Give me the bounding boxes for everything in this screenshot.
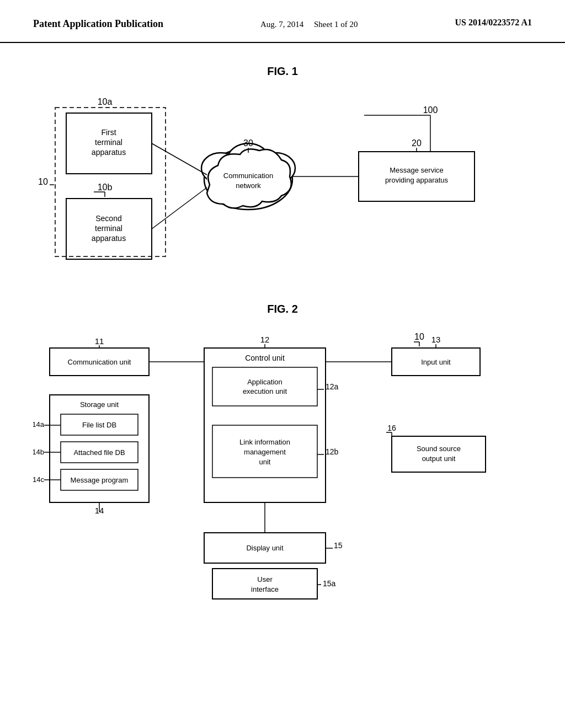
svg-text:Communication unit: Communication unit — [68, 358, 131, 366]
svg-text:interface: interface — [251, 585, 279, 593]
svg-text:Second: Second — [95, 214, 121, 223]
svg-text:10: 10 — [38, 177, 48, 186]
svg-line-22 — [152, 143, 207, 175]
header-date: Aug. 7, 2014 — [260, 20, 303, 29]
svg-text:13: 13 — [431, 335, 441, 344]
svg-text:Display unit: Display unit — [246, 544, 284, 552]
header-sheet: Sheet 1 of 20 — [314, 20, 358, 29]
svg-text:Sound source: Sound source — [417, 445, 461, 453]
svg-text:11: 11 — [95, 336, 104, 346]
svg-text:14b: 14b — [33, 448, 44, 456]
svg-text:User: User — [257, 575, 273, 584]
svg-text:12a: 12a — [326, 382, 339, 391]
svg-text:network: network — [236, 181, 261, 190]
svg-text:100: 100 — [423, 105, 438, 115]
header-center-info: Aug. 7, 2014 Sheet 1 of 20 — [260, 18, 358, 31]
fig1-diagram: 10a First terminal apparatus 10b Second … — [33, 91, 532, 281]
header-patent-number: US 2014/0223572 A1 — [455, 18, 532, 28]
svg-text:12: 12 — [260, 335, 270, 344]
svg-line-23 — [152, 188, 207, 229]
svg-text:unit: unit — [259, 458, 271, 466]
svg-text:Communication: Communication — [223, 172, 273, 180]
svg-text:execution unit: execution unit — [243, 387, 287, 395]
svg-text:30: 30 — [243, 138, 253, 148]
svg-text:10: 10 — [414, 332, 424, 341]
svg-text:16: 16 — [387, 424, 396, 432]
svg-text:First: First — [101, 128, 116, 137]
svg-text:Application: Application — [247, 378, 282, 386]
svg-text:12b: 12b — [326, 447, 339, 456]
svg-text:Attached file DB: Attached file DB — [73, 448, 125, 457]
svg-text:20: 20 — [412, 138, 422, 148]
svg-text:providing apparatus: providing apparatus — [385, 176, 449, 184]
svg-text:Control unit: Control unit — [245, 354, 285, 362]
fig2-diagram: 10 Communication unit 11 Control unit 12… — [33, 329, 532, 651]
fig1-area: FIG. 1 10a First terminal apparatus 10b — [33, 65, 532, 281]
svg-text:management: management — [244, 448, 286, 456]
svg-text:Message service: Message service — [390, 166, 444, 174]
svg-text:Message program: Message program — [71, 476, 129, 484]
svg-text:14a: 14a — [33, 420, 45, 429]
svg-text:Input unit: Input unit — [421, 358, 451, 366]
svg-text:terminal: terminal — [95, 138, 122, 147]
label-10a: 10a — [98, 97, 113, 106]
svg-text:File list DB: File list DB — [82, 421, 116, 429]
svg-rect-79 — [212, 569, 317, 599]
svg-text:terminal: terminal — [95, 224, 122, 233]
svg-text:output unit: output unit — [422, 454, 456, 463]
fig2-area: FIG. 2 10 Communication unit 11 Control … — [33, 303, 532, 651]
svg-text:apparatus: apparatus — [92, 234, 126, 243]
svg-text:15a: 15a — [323, 579, 336, 588]
page-header: Patent Application Publication Aug. 7, 2… — [0, 0, 565, 43]
svg-text:14c: 14c — [33, 475, 44, 484]
svg-rect-43 — [212, 367, 317, 406]
fig1-title: FIG. 1 — [33, 65, 532, 78]
fig2-title: FIG. 2 — [33, 303, 532, 315]
svg-text:Link information: Link information — [239, 438, 290, 446]
page-content: FIG. 1 10a First terminal apparatus 10b — [0, 43, 565, 667]
svg-text:15: 15 — [334, 541, 343, 550]
header-publication-label: Patent Application Publication — [33, 18, 163, 30]
svg-text:Storage unit: Storage unit — [80, 400, 119, 409]
svg-text:apparatus: apparatus — [92, 148, 126, 157]
label-10b: 10b — [98, 183, 113, 192]
